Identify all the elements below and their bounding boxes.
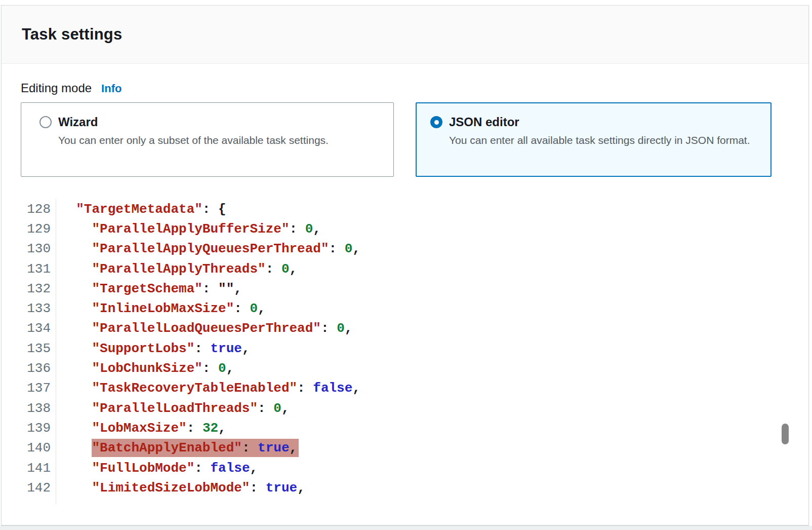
code-line-text: "SupportLobs": true, (60, 341, 250, 356)
code-tokens: "LobChunkSize": 0, (92, 361, 234, 376)
option-card-wizard[interactable]: Wizard You can enter only a subset of th… (21, 102, 394, 177)
line-number: 136 (2, 361, 51, 376)
option-title: Wizard (58, 115, 329, 129)
scrollbar-thumb[interactable] (782, 424, 789, 444)
code-editor[interactable]: 128 "TargetMetadata": {129 "ParallelAppl… (2, 199, 789, 505)
code-line-text: "TargetMetadata": { (60, 202, 226, 217)
line-number: 142 (2, 480, 51, 496)
code-tokens: "ParallelApplyThreads": 0, (92, 261, 297, 277)
code-line[interactable]: 139 "LobMaxSize": 32, (2, 418, 789, 438)
code-line[interactable]: 130 "ParallelApplyQueuesPerThread": 0, (2, 239, 789, 259)
line-number: 139 (2, 421, 51, 436)
highlighted-code: "BatchApplyEnabled": true, (92, 439, 299, 457)
gutter-separator (51, 259, 56, 279)
code-line[interactable]: 135 "SupportLobs": true, (2, 338, 789, 358)
code-tokens: "ParallelApplyQueuesPerThread": 0, (92, 241, 360, 256)
code-line[interactable]: 140 "BatchApplyEnabled": true, (2, 438, 789, 458)
code-line-text: "BatchApplyEnabled": true, (60, 440, 299, 456)
gutter-separator (51, 398, 56, 418)
code-line-text: "TargetSchema": "", (60, 281, 242, 296)
panel-header: Task settings (2, 6, 808, 64)
code-tokens: "TargetSchema": "", (92, 281, 241, 296)
code-line[interactable]: 136 "LobChunkSize": 0, (2, 358, 789, 378)
code-line[interactable]: 134 "ParallelLoadQueuesPerThread": 0, (2, 319, 789, 338)
panel-body: Editing mode Info Wizard You can enter o… (2, 81, 808, 505)
line-number: 137 (2, 381, 51, 396)
line-number: 130 (2, 241, 51, 256)
code-tokens: "FullLobMode": false, (92, 461, 258, 476)
task-settings-panel: Task settings Editing mode Info Wizard Y… (1, 5, 809, 525)
code-tokens: "InlineLobMaxSize": 0, (92, 301, 265, 316)
bottom-strip (0, 526, 812, 530)
radio-button-json-editor[interactable] (430, 116, 442, 128)
code-line-text: "LobChunkSize": 0, (60, 361, 234, 376)
code-line[interactable]: 131 "ParallelApplyThreads": 0, (2, 259, 789, 279)
option-description: You can enter all available task setting… (449, 132, 750, 148)
code-line-text: "LobMaxSize": 32, (60, 421, 226, 436)
gutter-separator (51, 438, 56, 458)
code-tokens: "LimitedSizeLobMode": true, (92, 480, 305, 496)
code-tokens: "ParallelLoadQueuesPerThread": 0, (92, 321, 352, 336)
editing-mode-row: Editing mode Info (21, 81, 789, 95)
code-line-text: "InlineLobMaxSize": 0, (60, 301, 266, 316)
code-tokens: "ParallelLoadThreads": 0, (92, 401, 289, 416)
code-line-text: "FullLobMode": false, (60, 461, 258, 476)
radio-button-wizard[interactable] (39, 116, 52, 128)
gutter-separator (51, 378, 56, 398)
code-line[interactable]: 128 "TargetMetadata": { (2, 199, 789, 219)
code-tokens: "ParallelApplyBufferSize": 0, (92, 221, 321, 237)
option-text: JSON editor You can enter all available … (449, 115, 750, 148)
code-line[interactable]: 133 "InlineLobMaxSize": 0, (2, 298, 789, 318)
code-line[interactable]: 129 "ParallelApplyBufferSize": 0, (2, 219, 789, 239)
gutter-separator (51, 199, 56, 219)
gutter-separator (51, 418, 56, 438)
info-link[interactable]: Info (101, 82, 121, 95)
radio-dot (434, 120, 439, 125)
option-title: JSON editor (449, 115, 750, 129)
line-number: 134 (2, 321, 51, 336)
line-number: 135 (2, 341, 51, 356)
line-number: 141 (2, 461, 51, 476)
option-text: Wizard You can enter only a subset of th… (58, 115, 329, 148)
gutter-separator (51, 478, 56, 498)
code-tokens: "TaskRecoveryTableEnabled": false, (92, 381, 360, 396)
code-line-text: "ParallelApplyQueuesPerThread": 0, (60, 241, 360, 256)
panel-title: Task settings (22, 25, 122, 44)
line-number: 128 (2, 202, 51, 217)
line-number: 131 (2, 261, 51, 277)
line-number: 138 (2, 401, 51, 416)
code-line-text: "ParallelApplyBufferSize": 0, (60, 221, 321, 237)
option-card-json-editor[interactable]: JSON editor You can enter all available … (416, 102, 772, 177)
line-number: 140 (2, 440, 51, 456)
code-line-text: "ParallelLoadThreads": 0, (60, 401, 290, 416)
gutter-separator (51, 298, 56, 318)
code-line[interactable]: 138 "ParallelLoadThreads": 0, (2, 398, 789, 418)
line-number: 132 (2, 281, 51, 296)
gutter-extension (2, 498, 789, 505)
code-line[interactable]: 141 "FullLobMode": false, (2, 458, 789, 478)
gutter-separator (51, 219, 56, 239)
gutter-separator (51, 239, 56, 259)
code-line[interactable]: 142 "LimitedSizeLobMode": true, (2, 478, 789, 498)
code-line-text: "ParallelLoadQueuesPerThread": 0, (60, 321, 352, 336)
code-tokens: "TargetMetadata": { (76, 202, 226, 217)
line-number: 129 (2, 221, 51, 237)
code-line[interactable]: 137 "TaskRecoveryTableEnabled": false, (2, 378, 789, 398)
code-tokens: "LobMaxSize": 32, (92, 421, 226, 436)
gutter-separator (51, 458, 56, 478)
gutter-separator (51, 279, 56, 298)
editing-mode-label: Editing mode (21, 81, 92, 95)
code-line-text: "LimitedSizeLobMode": true, (60, 480, 305, 496)
gutter-separator (51, 358, 56, 378)
editing-mode-options: Wizard You can enter only a subset of th… (21, 102, 789, 177)
option-description: You can enter only a subset of the avail… (58, 132, 329, 148)
code-line-text: "ParallelApplyThreads": 0, (60, 261, 297, 277)
code-tokens: "SupportLobs": true, (92, 341, 250, 356)
code-line-text: "TaskRecoveryTableEnabled": false, (60, 381, 360, 396)
gutter-separator (51, 319, 56, 338)
line-number: 133 (2, 301, 51, 316)
code-line[interactable]: 132 "TargetSchema": "", (2, 279, 789, 298)
gutter-separator (51, 338, 56, 358)
